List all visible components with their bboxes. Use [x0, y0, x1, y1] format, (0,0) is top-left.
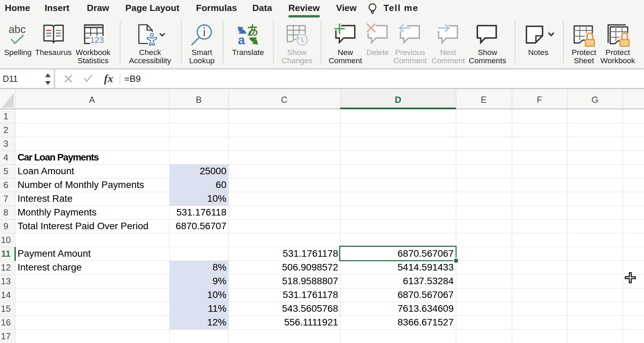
- svg-text:123: 123: [90, 35, 104, 45]
- svg-text:a: a: [238, 33, 245, 47]
- svg-text:abc: abc: [9, 23, 26, 35]
